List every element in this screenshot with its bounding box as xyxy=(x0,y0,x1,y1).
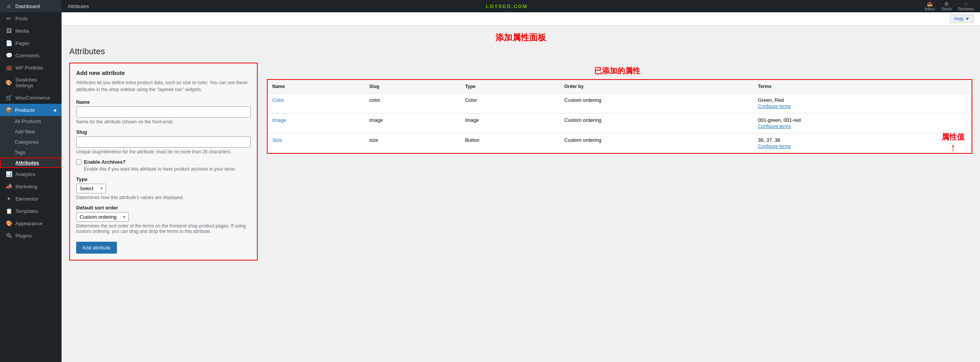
name-field-row: Name Name for the attribute (shown on th… xyxy=(76,99,251,125)
sidebar-item-label: Media xyxy=(15,28,29,34)
sidebar-item-media[interactable]: 🖼 Media xyxy=(0,25,62,37)
sidebar-item-plugins[interactable]: 🔌 Plugins xyxy=(0,229,62,242)
sidebar-item-analytics[interactable]: 📊 Analytics xyxy=(0,168,62,180)
attr-slug-2: size xyxy=(365,133,460,153)
sidebar-item-woocommerce[interactable]: 🛒 WooCommerce xyxy=(0,91,62,104)
col-name: Name xyxy=(268,80,365,93)
name-label: Name xyxy=(76,99,251,105)
attributes-table-container: 已添加的属性 Name Slug Type Order by Terms xyxy=(262,63,972,154)
sort-order-select[interactable]: Custom ordering Name Name (numeric) Term… xyxy=(77,213,120,221)
sort-order-select-wrapper: Custom ordering Name Name (numeric) Term… xyxy=(76,212,129,222)
sidebar: ⌂ Dashboard ✏ Posts 🖼 Media 📄 Pages 💬 Co… xyxy=(0,0,62,362)
sidebar-item-wp-portfolio[interactable]: 💼 WP Portfolio xyxy=(0,61,62,74)
type-select-arrow: ▼ xyxy=(97,186,106,191)
sort-order-description: Determines the sort order of the terms o… xyxy=(76,223,251,234)
sidebar-item-pages[interactable]: 📄 Pages xyxy=(0,37,62,49)
products-icon: 📦 xyxy=(5,107,12,113)
col-terms: Terms xyxy=(753,80,972,93)
col-type: Type xyxy=(460,80,560,93)
attr-order-1: Custom ordering xyxy=(560,113,753,133)
attr-terms-0: Green, Red xyxy=(758,97,784,103)
col-slug: Slug xyxy=(365,80,460,93)
sidebar-item-dashboard[interactable]: ⌂ Dashboard xyxy=(0,0,62,12)
sidebar-item-label: WP Portfolio xyxy=(15,65,43,71)
admin-bar: Attributes LOYSEO.COM 📥 Inbox ⊞ Stock ☆ … xyxy=(62,0,980,12)
type-label: Type xyxy=(76,176,251,182)
annotation-existing-attributes: 已添加的属性 xyxy=(262,66,972,76)
sidebar-item-label: Templates xyxy=(15,208,38,214)
reviews-icon[interactable]: ☆ Reviews xyxy=(958,1,974,11)
sidebar-item-swatches[interactable]: 🎨 Swatches Settings xyxy=(0,74,62,91)
enable-archives-row: Enable Archives? xyxy=(76,159,251,165)
attr-type-2: Button xyxy=(460,133,560,153)
elementor-icon: ✦ xyxy=(5,196,12,202)
plugins-icon: 🔌 xyxy=(5,232,12,239)
type-description: Determines how this attribute's values a… xyxy=(76,195,251,200)
sidebar-sub-attributes[interactable]: Attributes xyxy=(0,158,62,168)
configure-terms-link-2[interactable]: Configure terms xyxy=(758,144,967,149)
sidebar-item-label: Elementor xyxy=(15,196,38,202)
attr-order-0: Custom ordering xyxy=(560,93,753,113)
dashboard-icon: ⌂ xyxy=(5,3,12,9)
add-attribute-panel: Add new attribute Attributes let you def… xyxy=(69,63,258,261)
slug-label: Slug xyxy=(76,129,251,135)
wc-top-bar: Help ▼ xyxy=(62,12,980,26)
sidebar-item-label: Swatches Settings xyxy=(15,77,56,88)
sidebar-item-label: WooCommerce xyxy=(15,95,50,101)
sidebar-item-posts[interactable]: ✏ Posts xyxy=(0,12,62,25)
site-url: LOYSEO.COM xyxy=(486,3,527,9)
slug-description: Unique slug/reference for the attribute;… xyxy=(76,149,251,154)
admin-bar-icons: 📥 Inbox ⊞ Stock ☆ Reviews xyxy=(925,1,974,11)
add-attribute-button[interactable]: Add attribute xyxy=(76,242,117,254)
sidebar-sub-tags[interactable]: Tags xyxy=(0,147,62,158)
analytics-icon: 📊 xyxy=(5,171,12,177)
appearance-icon: 🎨 xyxy=(5,220,12,226)
inbox-icon[interactable]: 📥 Inbox xyxy=(925,1,935,11)
configure-terms-link-0[interactable]: Configure terms xyxy=(758,104,967,109)
sidebar-item-label: Pages xyxy=(15,40,30,46)
admin-bar-title: Attributes xyxy=(68,3,89,9)
sidebar-item-elementor[interactable]: ✦ Elementor xyxy=(0,193,62,205)
stock-icon[interactable]: ⊞ Stock xyxy=(941,1,952,11)
attr-type-1: Image xyxy=(460,113,560,133)
main-content: Attributes LOYSEO.COM 📥 Inbox ⊞ Stock ☆ … xyxy=(62,0,980,362)
attr-terms-1: 001-green, 001-red xyxy=(758,117,801,123)
enable-archives-desc: Enable this if you want this attribute t… xyxy=(84,166,251,172)
sidebar-item-templates[interactable]: 📋 Templates xyxy=(0,205,62,217)
annotation-terms-label: 属性值 xyxy=(942,132,965,142)
help-button[interactable]: Help ▼ xyxy=(950,15,974,23)
sidebar-item-marketing[interactable]: 📣 Marketing xyxy=(0,180,62,193)
sidebar-sub-add-new[interactable]: Add New xyxy=(0,126,62,137)
type-select[interactable]: Select Color Image Button Text xyxy=(77,184,97,193)
sort-order-label: Default sort order xyxy=(76,205,251,211)
attr-name-link-0[interactable]: Color xyxy=(272,97,284,103)
configure-terms-link-1[interactable]: Configure terms xyxy=(758,124,967,129)
attr-name-link-1[interactable]: Image xyxy=(272,117,286,123)
sidebar-item-label: Comments xyxy=(15,53,40,58)
chevron-icon: ◀ xyxy=(53,108,56,112)
sidebar-item-appearance[interactable]: 🎨 Appearance xyxy=(0,217,62,229)
swatches-icon: 🎨 xyxy=(5,80,12,86)
enable-archives-label: Enable Archives? xyxy=(84,159,126,165)
sidebar-item-label: Posts xyxy=(15,16,28,22)
table-row: Size size Button Custom ordering 36, 37,… xyxy=(268,133,972,153)
attr-name-link-2[interactable]: Size xyxy=(272,137,282,143)
sidebar-item-label: Dashboard xyxy=(15,3,40,9)
sidebar-item-comments[interactable]: 💬 Comments xyxy=(0,49,62,61)
add-panel-description: Attributes let you define extra product … xyxy=(76,79,251,93)
page-title: Attributes xyxy=(69,46,972,56)
attr-slug-0: color xyxy=(365,93,460,113)
name-input[interactable] xyxy=(76,106,251,118)
sort-order-row: Default sort order Custom ordering Name … xyxy=(76,205,251,234)
table-row: Color color Color Custom ordering Green,… xyxy=(268,93,972,113)
sidebar-sub-categories[interactable]: Categories xyxy=(0,137,62,147)
sidebar-sub-all-products[interactable]: All Products xyxy=(0,116,62,126)
slug-input[interactable] xyxy=(76,136,251,148)
enable-archives-checkbox[interactable] xyxy=(76,159,82,165)
content-area: 添加属性面板 Attributes Add new attribute Attr… xyxy=(62,26,980,362)
woo-icon: 🛒 xyxy=(5,95,12,101)
sidebar-item-products[interactable]: 📦 Products ◀ xyxy=(0,104,62,116)
two-column-layout: Add new attribute Attributes let you def… xyxy=(69,63,972,261)
marketing-icon: 📣 xyxy=(5,183,12,189)
attr-terms-2: 36, 37, 38 xyxy=(758,137,780,143)
